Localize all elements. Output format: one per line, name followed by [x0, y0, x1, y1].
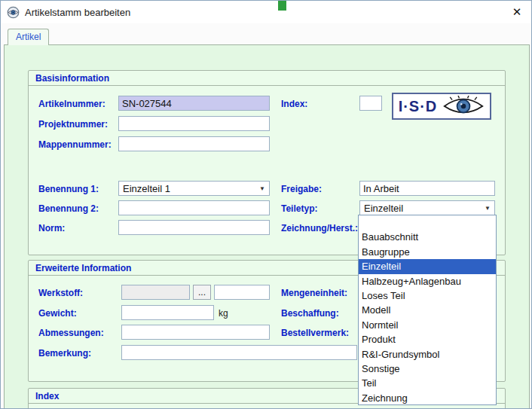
gewicht-input[interactable]: [121, 305, 214, 320]
dropdown-item[interactable]: R&I-Grundsymbol: [359, 347, 496, 362]
dropdown-item[interactable]: Produkt: [359, 332, 496, 346]
dialog-window: Artikelstamm bearbeiten ✕ Artikel Basisi…: [0, 0, 532, 409]
benennung1-combobox[interactable]: Einzelteil 1 ▼: [118, 181, 270, 196]
mappennummer-label: Mappennummer:: [38, 139, 112, 150]
close-button[interactable]: ✕: [507, 4, 527, 20]
teiletyp-dropdown-list: BauabschnittBaugruppeEinzelteilHalbzeug+…: [358, 215, 497, 405]
freigabe-input[interactable]: [359, 181, 495, 196]
norm-input[interactable]: [118, 220, 270, 235]
window-title: Artikelstamm bearbeiten: [25, 7, 130, 18]
dropdown-item[interactable]: Teil: [359, 376, 496, 390]
app-eye-icon: [7, 6, 20, 19]
benennung1-value: Einzelteil 1: [123, 183, 170, 194]
dropdown-item[interactable]: Modell: [359, 303, 496, 317]
dropdown-item[interactable]: [359, 215, 496, 230]
dropdown-item[interactable]: Einzelteil: [359, 259, 496, 273]
index-input[interactable]: [359, 96, 382, 111]
mengeneinheit-label: Mengeneinheit:: [281, 288, 347, 298]
benennung2-label: Benennung 2:: [38, 203, 99, 214]
bemerkung-label: Bemerkung:: [38, 348, 91, 359]
eye-icon: [442, 96, 485, 117]
dropdown-item[interactable]: Halbzeug+Anlagenbau: [359, 274, 496, 288]
werkstoff-browse-button[interactable]: ...: [193, 285, 211, 300]
title-bar: Artikelstamm bearbeiten: [1, 1, 531, 23]
benennung2-input[interactable]: [118, 200, 270, 215]
chevron-down-icon: ▼: [485, 205, 491, 212]
werkstoff-input[interactable]: [121, 285, 190, 300]
teiletyp-label: Teiletyp:: [281, 203, 317, 214]
dropdown-item[interactable]: Sonstige: [359, 362, 496, 376]
index-label: Index:: [281, 99, 307, 109]
artikelnummer-label: Artikelnummer:: [38, 99, 105, 109]
projektnummer-label: Projektnummer:: [38, 119, 108, 130]
dropdown-item[interactable]: Loses Teil: [359, 288, 496, 303]
freigabe-label: Freigabe:: [281, 184, 322, 194]
isd-logo: I·S·D: [392, 93, 491, 120]
kg-unit-label: kg: [219, 308, 228, 319]
bestellvermerk-label: Bestellvermerk:: [281, 328, 349, 338]
mappennummer-input[interactable]: [118, 136, 270, 151]
dropdown-item[interactable]: Zeichnung: [359, 391, 496, 405]
gewicht-label: Gewicht:: [38, 308, 77, 319]
teiletyp-value: Einzelteil: [364, 203, 403, 214]
werkstoff-label: Werkstoff:: [38, 288, 83, 298]
projektnummer-input[interactable]: [118, 116, 270, 131]
benennung1-label: Benennung 1:: [38, 184, 99, 194]
isd-logo-text: I·S·D: [399, 98, 438, 115]
tab-artikel[interactable]: Artikel: [8, 29, 49, 45]
group-header-basisinformation: Basisinformation: [29, 71, 505, 86]
dropdown-item[interactable]: Baugruppe: [359, 245, 496, 259]
norm-label: Norm:: [38, 223, 65, 233]
werkstoff-extra-input[interactable]: [214, 285, 270, 300]
artikelnummer-input[interactable]: [118, 96, 270, 111]
screen-artifact: [278, 1, 286, 11]
beschaffung-label: Beschaffung:: [281, 308, 339, 319]
abmessungen-input[interactable]: [121, 325, 270, 340]
chevron-down-icon: ▼: [259, 185, 265, 192]
dropdown-item[interactable]: Bauabschnitt: [359, 230, 496, 244]
dropdown-item[interactable]: Normteil: [359, 318, 496, 332]
bemerkung-input[interactable]: [121, 345, 357, 360]
teiletyp-combobox[interactable]: Einzelteil ▼: [359, 200, 495, 215]
abmessungen-label: Abmessungen:: [38, 328, 104, 338]
zeichnung-herst-label: Zeichnung/Herst.:: [281, 223, 358, 233]
